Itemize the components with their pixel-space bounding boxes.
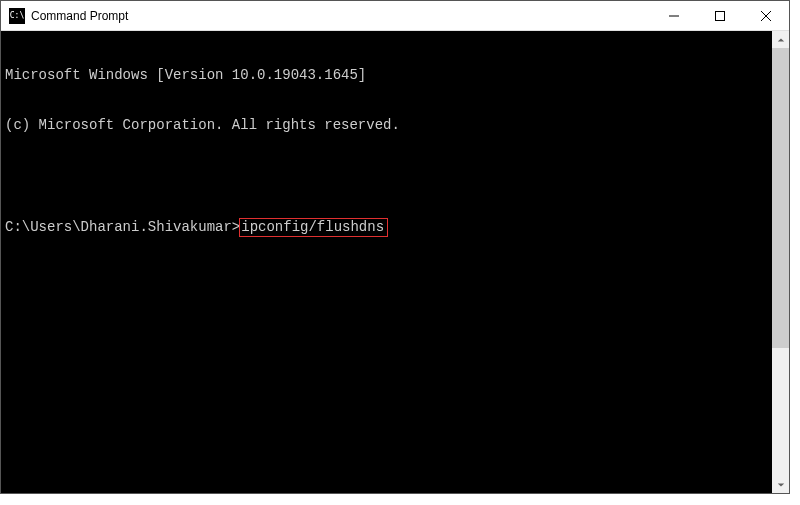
scrollbar-thumb[interactable] bbox=[772, 48, 789, 348]
console-line-version: Microsoft Windows [Version 10.0.19043.16… bbox=[5, 67, 768, 84]
window-title: Command Prompt bbox=[31, 9, 651, 23]
console-prompt: C:\Users\Dharani.Shivakumar> bbox=[5, 219, 240, 236]
console-blank-line bbox=[5, 167, 768, 184]
close-button[interactable] bbox=[743, 1, 789, 30]
chevron-up-icon bbox=[777, 36, 785, 44]
svg-rect-1 bbox=[716, 11, 725, 20]
maximize-icon bbox=[715, 11, 725, 21]
minimize-button[interactable] bbox=[651, 1, 697, 30]
content-area: Microsoft Windows [Version 10.0.19043.16… bbox=[1, 31, 789, 493]
scroll-up-button[interactable] bbox=[772, 31, 789, 48]
console-command[interactable]: ipconfig/flushdns bbox=[241, 219, 384, 235]
cmd-icon-glyph: C:\ bbox=[10, 12, 24, 20]
chevron-down-icon bbox=[777, 481, 785, 489]
titlebar[interactable]: C:\ Command Prompt bbox=[1, 1, 789, 31]
console-prompt-line: C:\Users\Dharani.Shivakumar>ipconfig/flu… bbox=[5, 218, 768, 237]
close-icon bbox=[761, 11, 771, 21]
vertical-scrollbar[interactable] bbox=[772, 31, 789, 493]
scrollbar-track[interactable] bbox=[772, 48, 789, 476]
console-output[interactable]: Microsoft Windows [Version 10.0.19043.16… bbox=[1, 31, 772, 493]
minimize-icon bbox=[669, 11, 679, 21]
console-line-copyright: (c) Microsoft Corporation. All rights re… bbox=[5, 117, 768, 134]
command-highlight-box: ipconfig/flushdns bbox=[239, 218, 388, 237]
command-prompt-window: C:\ Command Prompt Microsoft Windows [Ve… bbox=[0, 0, 790, 494]
cmd-icon: C:\ bbox=[9, 8, 25, 24]
scroll-down-button[interactable] bbox=[772, 476, 789, 493]
maximize-button[interactable] bbox=[697, 1, 743, 30]
titlebar-controls bbox=[651, 1, 789, 30]
